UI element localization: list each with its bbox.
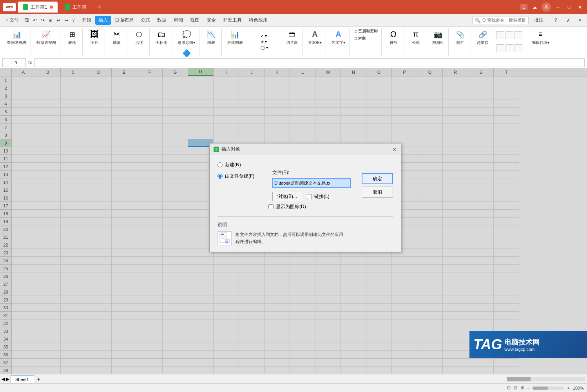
cell-R8[interactable] <box>443 131 468 139</box>
formula-input[interactable] <box>34 58 585 67</box>
cell-L27[interactable] <box>290 280 315 288</box>
cell-A6[interactable] <box>12 116 35 123</box>
cell-E22[interactable] <box>112 241 137 249</box>
cell-E4[interactable] <box>112 100 137 108</box>
tab-close-dot[interactable] <box>50 5 53 9</box>
cell-I7[interactable] <box>214 123 239 131</box>
cell-I32[interactable] <box>214 319 239 327</box>
cell-C20[interactable] <box>61 225 86 233</box>
cell-C18[interactable] <box>61 210 86 218</box>
cell-Q34[interactable] <box>417 335 443 343</box>
cell-K3[interactable] <box>265 92 290 100</box>
cell-C2[interactable] <box>61 84 86 92</box>
cell-Q31[interactable] <box>417 312 443 319</box>
cell-D36[interactable] <box>86 351 112 359</box>
cell-F11[interactable] <box>137 155 163 163</box>
cell-Q12[interactable] <box>417 163 443 171</box>
cell-H2[interactable] <box>188 84 214 92</box>
cell-N38[interactable] <box>341 367 366 374</box>
cell-E37[interactable] <box>112 359 137 367</box>
cell-P35[interactable] <box>392 343 417 351</box>
cell-Q13[interactable] <box>417 171 443 178</box>
cell-S18[interactable] <box>468 210 494 218</box>
cell-F29[interactable] <box>137 296 163 304</box>
row-number-3[interactable]: 3 <box>0 92 12 100</box>
cell-C5[interactable] <box>61 108 86 116</box>
cell-R9[interactable] <box>443 139 468 147</box>
cell-A13[interactable] <box>12 171 35 178</box>
cell-Q2[interactable] <box>417 84 443 92</box>
cell-R13[interactable] <box>443 171 468 178</box>
row-number-28[interactable]: 28 <box>0 288 12 296</box>
cell-E35[interactable] <box>112 343 137 351</box>
tab-add-button[interactable]: + <box>94 2 105 13</box>
ribbon-slicer[interactable]: 🗃 切片器 <box>284 28 300 46</box>
cell-B33[interactable] <box>35 327 61 335</box>
cell-R1[interactable] <box>443 76 468 84</box>
cell-H4[interactable] <box>188 100 214 108</box>
cell-S21[interactable] <box>468 233 494 241</box>
cell-G10[interactable] <box>163 147 188 155</box>
cell-G21[interactable] <box>163 233 188 241</box>
cell-H29[interactable] <box>188 296 214 304</box>
cell-H1[interactable] <box>188 76 214 84</box>
cell-E7[interactable] <box>112 123 137 131</box>
cell-B4[interactable] <box>35 100 61 108</box>
cell-F21[interactable] <box>137 233 163 241</box>
cell-K28[interactable] <box>265 288 290 296</box>
cell-F19[interactable] <box>137 218 163 225</box>
cell-O34[interactable] <box>366 335 392 343</box>
cell-D27[interactable] <box>86 280 112 288</box>
cell-K4[interactable] <box>265 100 290 108</box>
cell-F37[interactable] <box>137 359 163 367</box>
cell-L30[interactable] <box>290 304 315 312</box>
cell-Q11[interactable] <box>417 155 443 163</box>
cell-M34[interactable] <box>315 335 341 343</box>
cell-M36[interactable] <box>315 351 341 359</box>
menu-home[interactable]: 开始 <box>79 16 94 25</box>
display-icon-checkbox[interactable] <box>268 204 274 209</box>
cell-G9[interactable] <box>163 139 188 147</box>
cell-F28[interactable] <box>137 288 163 296</box>
cell-T26[interactable] <box>494 272 519 280</box>
help-button[interactable]: ？ <box>550 16 561 25</box>
cell-R22[interactable] <box>443 241 468 249</box>
cell-F23[interactable] <box>137 249 163 257</box>
menu-page-layout[interactable]: 页面布局 <box>112 16 137 25</box>
cell-L7[interactable] <box>290 123 315 131</box>
scroll-left-button[interactable]: ◀ <box>2 376 5 382</box>
cell-H35[interactable] <box>188 343 214 351</box>
cell-L6[interactable] <box>290 116 315 123</box>
col-header-K[interactable]: K <box>265 68 290 76</box>
cell-S17[interactable] <box>468 202 494 210</box>
cell-Q15[interactable] <box>417 186 443 194</box>
cell-H38[interactable] <box>188 367 214 374</box>
cell-E23[interactable] <box>112 249 137 257</box>
cell-D20[interactable] <box>86 225 112 233</box>
cell-F1[interactable] <box>137 76 163 84</box>
row-number-8[interactable]: 8 <box>0 131 12 139</box>
cell-E26[interactable] <box>112 272 137 280</box>
cell-F20[interactable] <box>137 225 163 233</box>
cell-J5[interactable] <box>239 108 265 116</box>
cell-B38[interactable] <box>35 367 61 374</box>
cell-L28[interactable] <box>290 288 315 296</box>
cell-I34[interactable] <box>214 335 239 343</box>
row-number-13[interactable]: 13 <box>0 171 12 178</box>
cell-O28[interactable] <box>366 288 392 296</box>
cell-D4[interactable] <box>86 100 112 108</box>
cell-R26[interactable] <box>443 272 468 280</box>
cell-S22[interactable] <box>468 241 494 249</box>
cell-C27[interactable] <box>61 280 86 288</box>
cell-L36[interactable] <box>290 351 315 359</box>
toolbar-redo[interactable]: ↷ <box>39 17 46 24</box>
cell-T8[interactable] <box>494 131 519 139</box>
cell-B22[interactable] <box>35 241 61 249</box>
ribbon-art-text[interactable]: A 艺术字▾ <box>330 28 347 46</box>
col-header-C[interactable]: C <box>61 68 86 76</box>
cell-D17[interactable] <box>86 202 112 210</box>
row-number-19[interactable]: 19 <box>0 218 12 225</box>
cell-G28[interactable] <box>163 288 188 296</box>
cell-H27[interactable] <box>188 280 214 288</box>
toolbar-undo[interactable]: ↶ <box>31 17 38 24</box>
